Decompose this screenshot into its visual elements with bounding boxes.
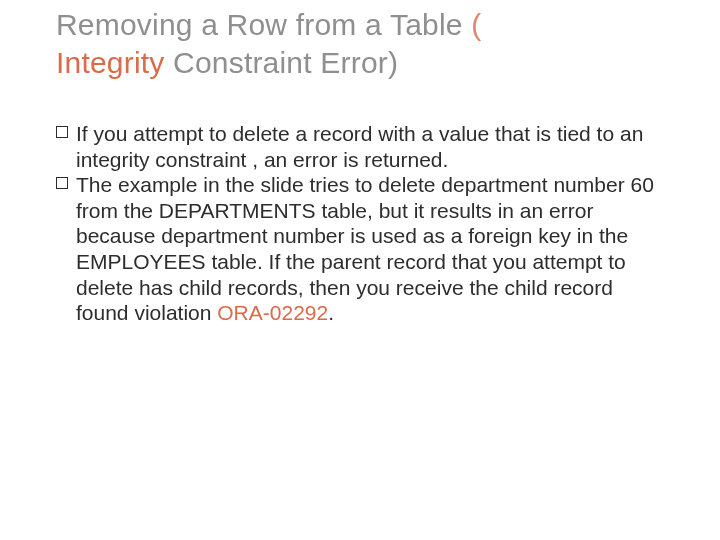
title-line1-plain: Removing a Row from a Table	[56, 8, 471, 41]
slide-body: If you attempt to delete a record with a…	[56, 121, 664, 326]
checkbox-icon	[56, 177, 68, 189]
title-line2-plain: Constraint Error)	[173, 46, 398, 79]
title-paren: (	[471, 8, 481, 41]
checkbox-icon	[56, 126, 68, 138]
title-line2-accent: Integrity	[56, 46, 173, 79]
slide-title: Removing a Row from a Table ( Integrity …	[56, 0, 664, 81]
bullet-text: The example in the slide tries to delete…	[76, 172, 664, 326]
bullet-text-after: .	[328, 301, 334, 324]
bullet-text: If you attempt to delete a record with a…	[76, 121, 664, 172]
bullet-text-before: The example in the slide tries to delete…	[76, 173, 654, 324]
slide: Removing a Row from a Table ( Integrity …	[0, 0, 720, 540]
bullet-item: The example in the slide tries to delete…	[56, 172, 664, 326]
error-code: ORA-02292	[217, 301, 328, 324]
bullet-item: If you attempt to delete a record with a…	[56, 121, 664, 172]
